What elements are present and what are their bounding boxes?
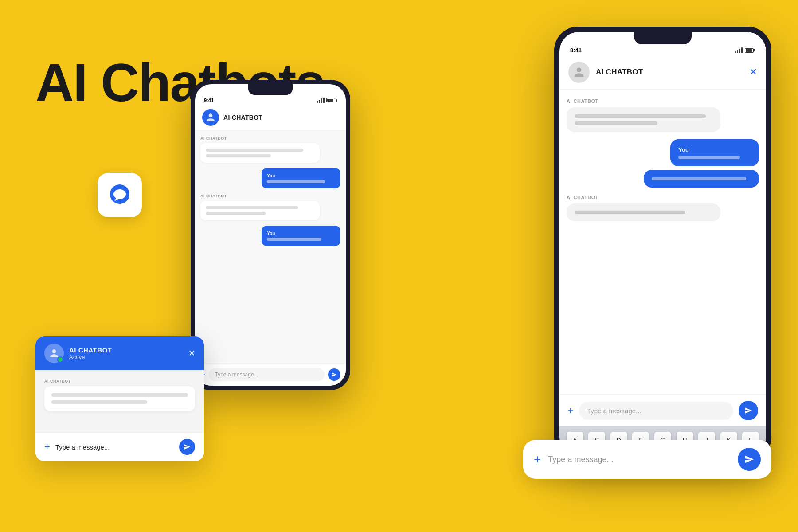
big-user-label-1: You — [678, 146, 751, 153]
chat-widget-close-button[interactable]: ✕ — [188, 348, 195, 358]
msg-line-big-blue — [678, 156, 740, 159]
avatar-icon — [49, 348, 59, 358]
big-user-message-1: You — [567, 139, 759, 173]
chat-widget-footer: + Type a message... — [35, 432, 204, 461]
message-line-2 — [51, 400, 147, 404]
phone-big-avatar — [568, 62, 590, 83]
phone-middle-status-bar: 9:41 — [195, 95, 346, 105]
phone-middle-screen: 9:41 AI CHATBOT — [195, 84, 346, 386]
phone-middle-time: 9:41 — [204, 98, 214, 103]
floating-message-input[interactable]: Type a message... — [548, 455, 731, 464]
big-bot-label-1: AI CHATBOT — [567, 98, 759, 104]
send-icon — [184, 443, 191, 450]
bot-bubble-1 — [200, 143, 320, 163]
big-bot-bubble-2 — [567, 203, 720, 221]
floating-plus-button[interactable]: + — [534, 452, 541, 466]
chat-widget-info: AI CHATBOT Active — [69, 346, 183, 360]
phone-big-input-bar: + Type a message... — [559, 394, 766, 426]
phone-middle-chat-name: AI CHATBOT — [223, 114, 262, 121]
battery-icon — [326, 98, 337, 102]
big-user-message-1b — [567, 170, 759, 195]
phone-big: 9:41 AI CHATBOT ✕ — [554, 27, 771, 461]
chat-widget-avatar — [44, 344, 64, 363]
add-attachment-button[interactable]: + — [44, 441, 50, 453]
msg-line — [206, 212, 266, 215]
bot-label-1: AI CHATBOT — [200, 136, 340, 141]
person-icon-big — [573, 66, 585, 78]
phone-middle-input-bar: + Type a message... — [195, 363, 346, 386]
msg-line-big — [575, 114, 706, 118]
msg-line-big — [575, 211, 685, 214]
send-icon-small — [332, 372, 337, 377]
person-icon — [206, 113, 215, 122]
phone-middle-avatar — [202, 109, 219, 126]
phone-big-status-icons — [735, 48, 755, 53]
phone-middle-status-icons — [317, 98, 337, 103]
phone-big-chat-header: AI CHATBOT ✕ — [559, 55, 766, 90]
phone-big-time: 9:41 — [570, 47, 582, 54]
phone-middle-notch — [248, 84, 293, 95]
phone-big-input[interactable]: Type a message... — [579, 402, 733, 420]
user-message-1: You — [235, 168, 340, 188]
user-label-2: You — [267, 231, 335, 236]
msg-line — [206, 206, 298, 209]
chat-widget-header: AI CHATBOT Active ✕ — [35, 336, 204, 370]
chat-widget-status: Active — [69, 354, 183, 360]
user-label-1: You — [267, 173, 335, 178]
message-line-1 — [51, 393, 188, 397]
phone-middle-send[interactable] — [328, 368, 340, 381]
phone-big-screen: 9:41 AI CHATBOT ✕ — [559, 32, 766, 456]
bot-message-bubble — [44, 386, 195, 411]
msg-line-blue — [267, 180, 325, 183]
phone-middle-messages: AI CHATBOT You AI CHATBOT You — [195, 131, 346, 363]
floating-input-box: + Type a message... — [523, 440, 771, 479]
signal-icon — [317, 98, 325, 103]
send-button[interactable] — [179, 439, 195, 455]
chat-bubble-icon — [106, 182, 133, 208]
msg-line-big — [575, 121, 657, 125]
phone-big-status-bar: 9:41 — [559, 44, 766, 55]
floating-send-button[interactable] — [738, 448, 761, 471]
signal-icon-big — [735, 48, 743, 53]
bot-label-2: AI CHATBOT — [200, 194, 340, 198]
chat-widget-body: AI CHATBOT — [35, 370, 204, 432]
msg-line-big-blue — [652, 177, 746, 180]
chat-widget-name: AI CHATBOT — [69, 346, 183, 354]
phone-big-send[interactable] — [739, 401, 758, 420]
phone-middle-chat-header: AI CHATBOT — [195, 105, 346, 131]
phone-big-messages: AI CHATBOT You AI CHATBOT — [559, 90, 766, 394]
floating-send-icon — [744, 454, 754, 464]
msg-line — [206, 154, 271, 157]
svg-point-1 — [113, 189, 126, 199]
phone-big-close-button[interactable]: ✕ — [749, 66, 757, 78]
chat-widget: AI CHATBOT Active ✕ AI CHATBOT + Type a … — [35, 336, 204, 461]
phone-middle-input[interactable]: Type a message... — [209, 368, 325, 381]
phone-big-plus[interactable]: + — [567, 404, 574, 417]
msg-line — [206, 149, 303, 152]
msg-line-blue — [267, 238, 321, 241]
bot-message-label: AI CHATBOT — [44, 379, 195, 383]
message-input[interactable]: Type a message... — [55, 443, 174, 451]
phone-big-chat-name: AI CHATBOT — [596, 68, 743, 77]
big-bot-bubble-1 — [567, 107, 720, 132]
app-icon — [98, 173, 142, 217]
phone-middle: 9:41 AI CHATBOT — [191, 80, 350, 390]
bot-bubble-2 — [200, 201, 320, 220]
send-icon-big — [744, 407, 752, 415]
battery-icon-big — [745, 48, 755, 53]
phone-big-notch — [634, 32, 692, 44]
user-message-2: You — [235, 226, 340, 246]
big-bot-label-2: AI CHATBOT — [567, 195, 759, 200]
